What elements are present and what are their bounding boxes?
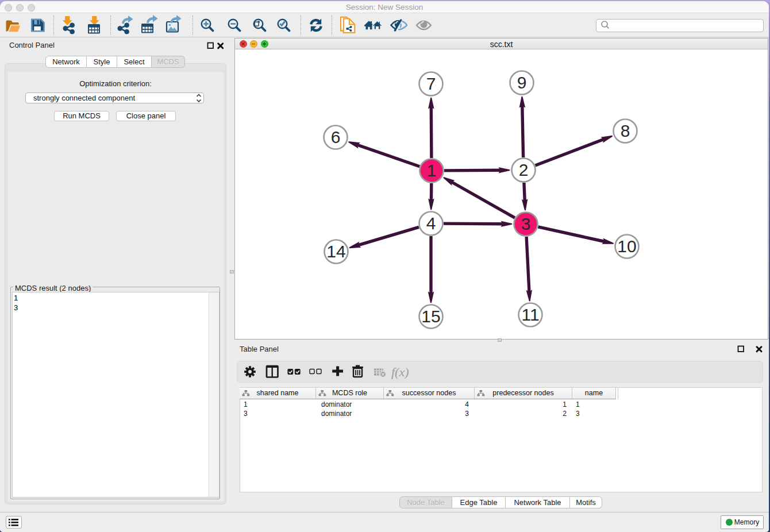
svg-text:7: 7 (426, 74, 436, 93)
svg-text:14: 14 (326, 242, 345, 261)
svg-text:2: 2 (519, 160, 529, 179)
svg-text:8: 8 (621, 121, 630, 140)
svg-text:4: 4 (426, 214, 436, 233)
svg-text:10: 10 (617, 237, 636, 256)
svg-text:f(x): f(x) (391, 365, 409, 379)
svg-text:15: 15 (421, 307, 440, 326)
svg-text:3: 3 (521, 214, 531, 233)
svg-text:1: 1 (427, 161, 437, 180)
svg-text:9: 9 (517, 73, 527, 92)
svg-text:6: 6 (331, 128, 341, 147)
svg-text:11: 11 (521, 305, 539, 324)
